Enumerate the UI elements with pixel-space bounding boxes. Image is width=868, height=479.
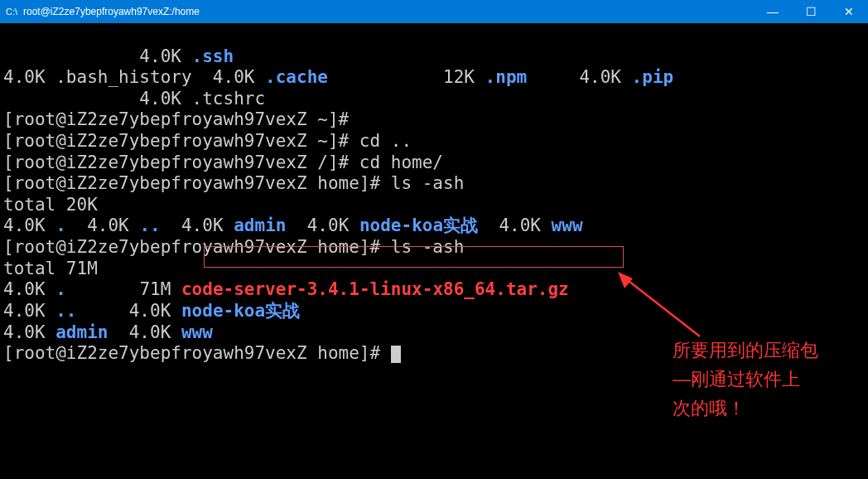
text: 4.0K xyxy=(108,322,181,342)
text: 4.0K xyxy=(286,215,359,235)
annotation-line: 所要用到的压缩包 xyxy=(673,336,818,365)
dir-dot: . xyxy=(55,215,66,235)
text: 4.0K .bash_history 4.0K xyxy=(3,67,265,87)
annotation-line: 次的哦！ xyxy=(673,394,818,423)
window-titlebar: C:\ root@iZ2ze7ybepfroyawh97vexZ:/home —… xyxy=(0,0,868,23)
text: 4.0K xyxy=(478,215,552,235)
dir-node-koa: node-koa实战 xyxy=(181,301,300,321)
text: 4.0K xyxy=(3,215,55,235)
cursor xyxy=(391,346,401,363)
text: 4.0K xyxy=(3,322,55,342)
dir-admin: admin xyxy=(234,215,286,235)
dir-admin: admin xyxy=(55,322,108,342)
text: 4.0K xyxy=(77,301,181,321)
close-button[interactable]: ✕ xyxy=(830,0,868,23)
prompt-line: [root@iZ2ze7ybepfroyawh97vexZ home]# ls … xyxy=(3,173,464,193)
annotation-text: 所要用到的压缩包 —刚通过软件上 次的哦！ xyxy=(673,336,818,423)
text: 4.0K xyxy=(161,215,234,235)
window-title: root@iZ2ze7ybepfroyawh97vexZ:/home xyxy=(23,6,754,17)
prompt-line: [root@iZ2ze7ybepfroyawh97vexZ home]# xyxy=(3,343,391,363)
text: 71M xyxy=(66,279,181,299)
minimize-button[interactable]: — xyxy=(754,0,792,23)
prompt-line: [root@iZ2ze7ybepfroyawh97vexZ home]# ls … xyxy=(3,237,464,257)
dir-cache: .cache xyxy=(265,67,328,87)
text: 4.0K xyxy=(3,279,55,299)
dir-node-koa: node-koa实战 xyxy=(359,215,478,235)
prompt-line: [root@iZ2ze7ybepfroyawh97vexZ /]# cd hom… xyxy=(3,152,443,172)
dir-npm: .npm xyxy=(485,67,528,87)
maximize-button[interactable]: ☐ xyxy=(792,0,830,23)
text: 4.0K xyxy=(3,46,192,66)
text: 4.0K xyxy=(66,215,140,235)
text: 4.0K .tcshrc xyxy=(3,89,265,109)
dir-dotdot: .. xyxy=(55,301,76,321)
dir-ssh: .ssh xyxy=(192,46,234,66)
dir-dot: . xyxy=(55,279,66,299)
text: total 20K xyxy=(3,195,98,215)
text: 4.0K xyxy=(3,301,55,321)
prompt-line: [root@iZ2ze7ybepfroyawh97vexZ ~]# xyxy=(3,109,349,129)
text: total 71M xyxy=(3,259,98,278)
window-controls: — ☐ ✕ xyxy=(754,0,868,23)
dir-www: www xyxy=(181,322,213,342)
terminal-app-icon: C:\ xyxy=(5,5,18,18)
text: 4.0K xyxy=(527,67,631,87)
dir-pip: .pip xyxy=(632,67,674,87)
file-tar-gz: code-server-3.4.1-linux-x86_64.tar.gz xyxy=(181,279,569,299)
text: 12K xyxy=(328,67,485,87)
dir-dotdot: .. xyxy=(139,215,160,235)
annotation-line: —刚通过软件上 xyxy=(673,365,818,394)
dir-www: www xyxy=(552,215,583,235)
prompt-line: [root@iZ2ze7ybepfroyawh97vexZ ~]# cd .. xyxy=(3,131,412,151)
terminal-output[interactable]: 4.0K .ssh 4.0K .bash_history 4.0K .cache… xyxy=(0,23,868,366)
